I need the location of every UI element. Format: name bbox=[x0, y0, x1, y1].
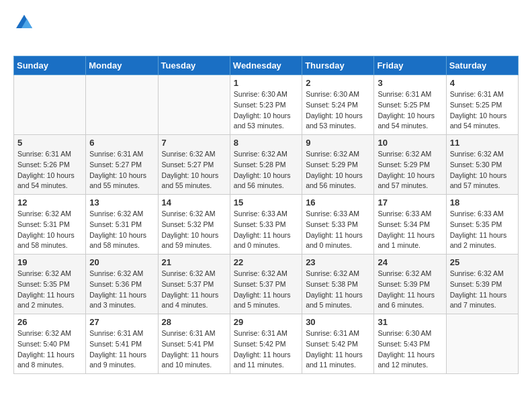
day-number: 23 bbox=[306, 257, 370, 267]
day-number: 2 bbox=[306, 78, 370, 88]
day-number: 30 bbox=[306, 317, 370, 327]
day-cell: 29Sunrise: 6:31 AM Sunset: 5:42 PM Dayli… bbox=[230, 314, 302, 374]
day-cell: 3Sunrise: 6:31 AM Sunset: 5:25 PM Daylig… bbox=[374, 75, 446, 135]
day-cell: 5Sunrise: 6:31 AM Sunset: 5:26 PM Daylig… bbox=[14, 135, 86, 195]
day-number: 6 bbox=[89, 138, 154, 148]
day-number: 10 bbox=[378, 138, 442, 148]
header-cell-monday: Monday bbox=[86, 56, 158, 75]
calendar-table: SundayMondayTuesdayWednesdayThursdayFrid… bbox=[13, 56, 519, 374]
day-cell: 1Sunrise: 6:30 AM Sunset: 5:23 PM Daylig… bbox=[230, 75, 302, 135]
day-number: 16 bbox=[306, 197, 370, 208]
logo bbox=[13, 13, 34, 45]
day-cell: 20Sunrise: 6:32 AM Sunset: 5:36 PM Dayli… bbox=[86, 255, 158, 314]
day-info: Sunrise: 6:31 AM Sunset: 5:42 PM Dayligh… bbox=[306, 328, 370, 371]
day-info: Sunrise: 6:31 AM Sunset: 5:26 PM Dayligh… bbox=[17, 149, 82, 191]
day-info: Sunrise: 6:32 AM Sunset: 5:27 PM Dayligh… bbox=[162, 149, 226, 191]
day-cell: 19Sunrise: 6:32 AM Sunset: 5:35 PM Dayli… bbox=[14, 255, 86, 314]
week-row-3: 12Sunrise: 6:32 AM Sunset: 5:31 PM Dayli… bbox=[14, 195, 519, 255]
day-cell: 13Sunrise: 6:32 AM Sunset: 5:31 PM Dayli… bbox=[86, 195, 158, 255]
day-number: 9 bbox=[306, 138, 370, 148]
day-number: 17 bbox=[378, 197, 442, 208]
day-number: 4 bbox=[450, 78, 515, 88]
day-info: Sunrise: 6:32 AM Sunset: 5:29 PM Dayligh… bbox=[378, 149, 442, 191]
day-cell: 28Sunrise: 6:31 AM Sunset: 5:41 PM Dayli… bbox=[158, 314, 230, 374]
day-number: 24 bbox=[378, 257, 442, 267]
day-number: 22 bbox=[234, 257, 298, 267]
day-info: Sunrise: 6:31 AM Sunset: 5:41 PM Dayligh… bbox=[162, 328, 226, 371]
week-row-2: 5Sunrise: 6:31 AM Sunset: 5:26 PM Daylig… bbox=[14, 135, 519, 195]
day-number: 7 bbox=[162, 138, 226, 148]
day-cell bbox=[446, 314, 518, 374]
day-info: Sunrise: 6:32 AM Sunset: 5:32 PM Dayligh… bbox=[162, 209, 226, 251]
day-cell: 18Sunrise: 6:33 AM Sunset: 5:35 PM Dayli… bbox=[446, 195, 518, 255]
day-cell: 23Sunrise: 6:32 AM Sunset: 5:38 PM Dayli… bbox=[302, 255, 374, 314]
day-cell: 26Sunrise: 6:32 AM Sunset: 5:40 PM Dayli… bbox=[14, 314, 86, 374]
day-cell: 27Sunrise: 6:31 AM Sunset: 5:41 PM Dayli… bbox=[86, 314, 158, 374]
day-cell: 6Sunrise: 6:31 AM Sunset: 5:27 PM Daylig… bbox=[86, 135, 158, 195]
day-number: 12 bbox=[17, 197, 82, 208]
header-cell-saturday: Saturday bbox=[446, 56, 518, 75]
header-cell-friday: Friday bbox=[374, 56, 446, 75]
header-cell-sunday: Sunday bbox=[14, 56, 86, 75]
day-number: 19 bbox=[17, 257, 82, 267]
header-cell-tuesday: Tuesday bbox=[158, 56, 230, 75]
day-info: Sunrise: 6:32 AM Sunset: 5:28 PM Dayligh… bbox=[234, 149, 298, 191]
week-row-5: 26Sunrise: 6:32 AM Sunset: 5:40 PM Dayli… bbox=[14, 314, 519, 374]
page-header bbox=[13, 13, 519, 45]
day-info: Sunrise: 6:33 AM Sunset: 5:34 PM Dayligh… bbox=[378, 209, 442, 251]
day-cell: 4Sunrise: 6:31 AM Sunset: 5:25 PM Daylig… bbox=[446, 75, 518, 135]
day-cell: 10Sunrise: 6:32 AM Sunset: 5:29 PM Dayli… bbox=[374, 135, 446, 195]
logo-icon bbox=[15, 13, 34, 32]
day-info: Sunrise: 6:32 AM Sunset: 5:38 PM Dayligh… bbox=[306, 269, 370, 311]
day-cell bbox=[158, 75, 230, 135]
day-number: 27 bbox=[89, 317, 154, 327]
day-cell: 21Sunrise: 6:32 AM Sunset: 5:37 PM Dayli… bbox=[158, 255, 230, 314]
day-cell: 22Sunrise: 6:32 AM Sunset: 5:37 PM Dayli… bbox=[230, 255, 302, 314]
day-number: 3 bbox=[378, 78, 442, 88]
day-cell bbox=[86, 75, 158, 135]
day-info: Sunrise: 6:32 AM Sunset: 5:36 PM Dayligh… bbox=[89, 269, 154, 311]
day-number: 31 bbox=[378, 317, 442, 327]
day-cell: 16Sunrise: 6:33 AM Sunset: 5:33 PM Dayli… bbox=[302, 195, 374, 255]
day-info: Sunrise: 6:33 AM Sunset: 5:33 PM Dayligh… bbox=[306, 209, 370, 251]
day-info: Sunrise: 6:30 AM Sunset: 5:43 PM Dayligh… bbox=[378, 328, 442, 371]
week-row-4: 19Sunrise: 6:32 AM Sunset: 5:35 PM Dayli… bbox=[14, 255, 519, 314]
day-cell: 31Sunrise: 6:30 AM Sunset: 5:43 PM Dayli… bbox=[374, 314, 446, 374]
day-info: Sunrise: 6:30 AM Sunset: 5:23 PM Dayligh… bbox=[234, 89, 298, 132]
day-number: 1 bbox=[234, 78, 298, 88]
day-cell: 14Sunrise: 6:32 AM Sunset: 5:32 PM Dayli… bbox=[158, 195, 230, 255]
day-cell: 9Sunrise: 6:32 AM Sunset: 5:29 PM Daylig… bbox=[302, 135, 374, 195]
day-info: Sunrise: 6:30 AM Sunset: 5:24 PM Dayligh… bbox=[306, 89, 370, 132]
day-number: 25 bbox=[450, 257, 515, 267]
day-cell: 11Sunrise: 6:32 AM Sunset: 5:30 PM Dayli… bbox=[446, 135, 518, 195]
day-info: Sunrise: 6:31 AM Sunset: 5:25 PM Dayligh… bbox=[450, 89, 515, 132]
day-info: Sunrise: 6:32 AM Sunset: 5:35 PM Dayligh… bbox=[17, 269, 82, 311]
week-row-1: 1Sunrise: 6:30 AM Sunset: 5:23 PM Daylig… bbox=[14, 75, 519, 135]
day-number: 15 bbox=[234, 197, 298, 208]
day-cell: 2Sunrise: 6:30 AM Sunset: 5:24 PM Daylig… bbox=[302, 75, 374, 135]
day-info: Sunrise: 6:32 AM Sunset: 5:37 PM Dayligh… bbox=[162, 269, 226, 311]
day-number: 14 bbox=[162, 197, 226, 208]
day-number: 11 bbox=[450, 138, 515, 148]
day-number: 21 bbox=[162, 257, 226, 267]
day-cell: 17Sunrise: 6:33 AM Sunset: 5:34 PM Dayli… bbox=[374, 195, 446, 255]
day-info: Sunrise: 6:32 AM Sunset: 5:39 PM Dayligh… bbox=[450, 269, 515, 311]
day-number: 13 bbox=[89, 197, 154, 208]
header-cell-wednesday: Wednesday bbox=[230, 56, 302, 75]
day-info: Sunrise: 6:31 AM Sunset: 5:25 PM Dayligh… bbox=[378, 89, 442, 132]
day-info: Sunrise: 6:32 AM Sunset: 5:30 PM Dayligh… bbox=[450, 149, 515, 191]
day-number: 26 bbox=[17, 317, 82, 327]
day-number: 18 bbox=[450, 197, 515, 208]
day-info: Sunrise: 6:32 AM Sunset: 5:39 PM Dayligh… bbox=[378, 269, 442, 311]
header-row: SundayMondayTuesdayWednesdayThursdayFrid… bbox=[14, 56, 519, 75]
day-cell: 15Sunrise: 6:33 AM Sunset: 5:33 PM Dayli… bbox=[230, 195, 302, 255]
day-info: Sunrise: 6:33 AM Sunset: 5:35 PM Dayligh… bbox=[450, 209, 515, 251]
day-cell bbox=[14, 75, 86, 135]
day-info: Sunrise: 6:31 AM Sunset: 5:27 PM Dayligh… bbox=[89, 149, 154, 191]
day-info: Sunrise: 6:31 AM Sunset: 5:41 PM Dayligh… bbox=[89, 328, 154, 371]
header-cell-thursday: Thursday bbox=[302, 56, 374, 75]
day-info: Sunrise: 6:32 AM Sunset: 5:37 PM Dayligh… bbox=[234, 269, 298, 311]
day-cell: 8Sunrise: 6:32 AM Sunset: 5:28 PM Daylig… bbox=[230, 135, 302, 195]
day-info: Sunrise: 6:32 AM Sunset: 5:29 PM Dayligh… bbox=[306, 149, 370, 191]
day-number: 20 bbox=[89, 257, 154, 267]
